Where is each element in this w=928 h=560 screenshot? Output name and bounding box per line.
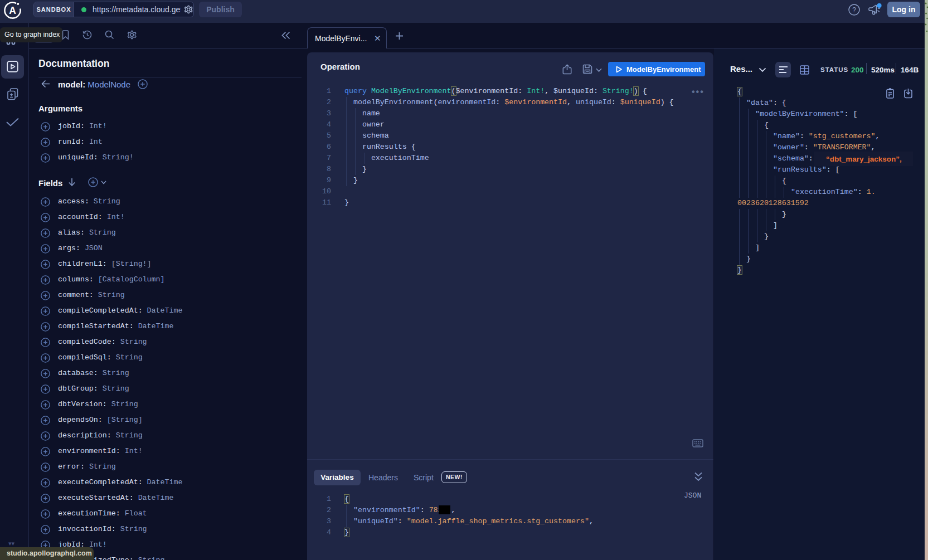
svg-text:?: ? bbox=[852, 6, 856, 14]
svg-text:A: A bbox=[9, 5, 16, 16]
